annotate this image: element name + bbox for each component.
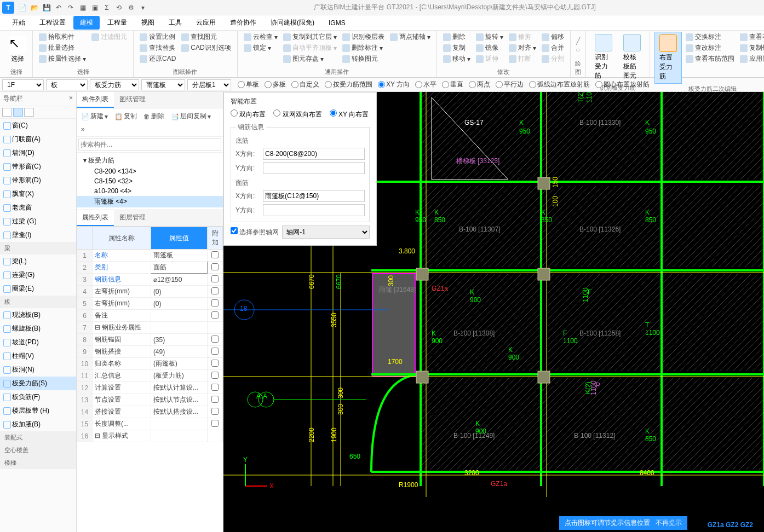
merge[interactable]: 合并 xyxy=(540,43,566,53)
tab-comp-list[interactable]: 构件列表 xyxy=(77,92,114,108)
auto-align[interactable]: 自动平齐顶板 ▾ xyxy=(282,43,338,53)
nav-item[interactable]: 过梁 (G) xyxy=(0,215,76,228)
qat-icon[interactable]: ▣ xyxy=(90,3,100,13)
offset[interactable]: 偏移 xyxy=(540,32,566,42)
prop-row[interactable]: 16⊟ 显示样式 xyxy=(77,430,223,442)
break[interactable]: 打断 xyxy=(507,54,538,64)
two-point-axis[interactable]: 两点辅轴 ▾ xyxy=(388,32,432,42)
prop-row[interactable]: 4左弯折(mm)(0) xyxy=(77,286,223,298)
qat-icon[interactable]: ▦ xyxy=(78,3,88,13)
align[interactable]: 对齐 ▾ xyxy=(507,43,538,53)
trim[interactable]: 修剪 xyxy=(507,32,538,42)
nav-item[interactable]: 板加腋(B) xyxy=(0,418,76,431)
tab-drawing-mgr[interactable]: 图纸管理 xyxy=(114,92,151,108)
drawing-canvas[interactable]: 智能布置 双向布置 双网双向布置 XY 向布置 钢筋信息 底筋 X方向: Y方向… xyxy=(223,92,764,532)
type-select[interactable]: 雨篷板 xyxy=(141,79,185,90)
find-elem[interactable]: 查找图元 xyxy=(180,32,232,42)
status-tip[interactable]: 点击图标可调节提示信息位置不再提示 xyxy=(559,516,687,530)
prop-row[interactable]: 9钢筋搭接(49) xyxy=(77,346,223,358)
ref-axis-select[interactable]: 轴网-1 xyxy=(282,225,370,239)
copy-to-floor[interactable]: 复制到其它层 ▾ xyxy=(282,32,338,42)
qat-icon[interactable]: ▾ xyxy=(138,3,148,13)
radio-2[interactable]: 自定义 xyxy=(291,80,319,89)
nav-item[interactable]: 梁(L) xyxy=(0,255,76,268)
qat-new-icon[interactable]: 📄 xyxy=(18,3,27,13)
nav-item[interactable]: 门联窗(A) xyxy=(0,132,76,146)
radio-7[interactable]: 两点 xyxy=(469,80,490,89)
edit-annot[interactable]: 查改标注 xyxy=(684,43,736,53)
rec-floor-table[interactable]: 识别楼层表 xyxy=(341,32,386,42)
nav-item[interactable]: 老虎窗 xyxy=(0,201,76,215)
select-button[interactable]: ↖选择 xyxy=(4,32,31,67)
qat-open-icon[interactable]: 📂 xyxy=(30,3,39,13)
view-layout[interactable]: 查看布 xyxy=(738,32,764,42)
nav-item[interactable]: 圈梁(E) xyxy=(0,282,76,296)
find-replace[interactable]: 查找替换 xyxy=(138,43,177,53)
del-annot[interactable]: 删除标注 ▾ xyxy=(341,43,386,53)
mirror[interactable]: 镜像 xyxy=(474,43,505,53)
prop-row[interactable]: 1名称雨篷板 xyxy=(77,250,223,262)
bottom-x-input[interactable] xyxy=(263,148,365,160)
delete-button[interactable]: 🗑 删除 xyxy=(141,111,166,122)
set-scale[interactable]: 设置比例 xyxy=(138,32,177,42)
nav-item[interactable]: 墙洞(D) xyxy=(0,146,76,160)
view-list-icon[interactable] xyxy=(2,108,12,117)
qat-redo-icon[interactable]: ↷ xyxy=(66,3,76,13)
view-grid-icon[interactable] xyxy=(24,108,34,117)
radio-6[interactable]: 垂直 xyxy=(442,80,463,89)
qat-icon[interactable]: ⚙ xyxy=(126,3,136,13)
filter-elem[interactable]: 过滤图元 xyxy=(90,32,129,42)
ref-axis-check[interactable] xyxy=(231,227,238,234)
tab-prop-list[interactable]: 属性列表 xyxy=(77,210,114,226)
copy-floor-button[interactable]: 📑 层间复制 ▾ xyxy=(169,111,213,122)
radio-0[interactable]: 单板 xyxy=(238,80,259,89)
tree-node[interactable]: 雨篷板 <4> xyxy=(77,196,223,207)
menu-视图[interactable]: 视图 xyxy=(135,16,161,30)
radio-1[interactable]: 多板 xyxy=(265,80,286,89)
cad-options[interactable]: CAD识别选项 xyxy=(180,43,232,53)
menu-云应用[interactable]: 云应用 xyxy=(189,16,222,30)
copy-steel[interactable]: 复制钢 xyxy=(738,43,764,53)
elem-save[interactable]: 图元存盘 ▾ xyxy=(282,54,338,64)
close-icon[interactable]: × xyxy=(69,94,73,103)
tab-layer-mgr[interactable]: 图层管理 xyxy=(114,210,151,226)
recognize-rebar[interactable]: 识别受力筋 xyxy=(590,32,617,83)
lock[interactable]: 锁定 ▾ xyxy=(242,43,279,53)
prop-row[interactable]: 14搭接设置按默认搭接设... xyxy=(77,406,223,418)
select-by-attr[interactable]: 按属性选择 ▾ xyxy=(37,54,88,64)
prop-row[interactable]: 6备注 xyxy=(77,310,223,322)
floor-select[interactable]: 1F xyxy=(2,79,44,90)
more-button[interactable]: » xyxy=(79,124,87,134)
restore-cad[interactable]: 还原CAD xyxy=(138,54,177,64)
extend[interactable]: 延伸 xyxy=(474,54,505,64)
new-button[interactable]: 📄 新建 ▾ xyxy=(79,111,110,122)
view-tree-icon[interactable] xyxy=(13,108,23,117)
prop-row[interactable]: 8钢筋锚固(35) xyxy=(77,334,223,346)
bottom-y-input[interactable] xyxy=(263,162,365,174)
apply-same[interactable]: 应用同 xyxy=(738,54,764,64)
menu-建模[interactable]: 建模 xyxy=(73,16,100,30)
cloud-check[interactable]: 云检查 ▾ xyxy=(242,32,279,42)
menu-IGMS[interactable]: IGMS xyxy=(322,17,352,29)
prop-row[interactable]: 10归类名称(雨篷板) xyxy=(77,358,223,370)
nav-item[interactable]: 板负筋(F) xyxy=(0,390,76,404)
radio-4[interactable]: XY 方向 xyxy=(378,80,410,89)
nav-item[interactable]: 螺旋板(B) xyxy=(0,322,76,336)
move[interactable]: 移动 ▾ xyxy=(441,54,472,64)
convert-elem[interactable]: 转换图元 xyxy=(341,54,386,64)
swap-annot[interactable]: 交换标注 xyxy=(684,32,736,42)
layout-rebar[interactable]: 布置受力筋 xyxy=(654,32,682,84)
prop-row[interactable]: 15长度调整(... xyxy=(77,418,223,430)
nav-item[interactable]: 带形窗(C) xyxy=(0,160,76,174)
radio-3[interactable]: 按受力筋范围 xyxy=(325,80,372,89)
radio-5[interactable]: 水平 xyxy=(415,80,436,89)
pick-component[interactable]: 拾取构件 xyxy=(37,32,88,42)
rotate[interactable]: 旋转 ▾ xyxy=(474,32,505,42)
split[interactable]: 分割 xyxy=(540,54,566,64)
layer-select[interactable]: 分层板1 xyxy=(187,79,231,90)
check-rebar[interactable]: 校核板筋图元 xyxy=(619,32,645,83)
prop-row[interactable]: 13节点设置按默认节点设... xyxy=(77,394,223,406)
menu-工具[interactable]: 工具 xyxy=(162,16,188,30)
subcat-select[interactable]: 板受力筋 xyxy=(90,79,139,90)
menu-协同建模(限免)[interactable]: 协同建模(限免) xyxy=(264,16,321,30)
